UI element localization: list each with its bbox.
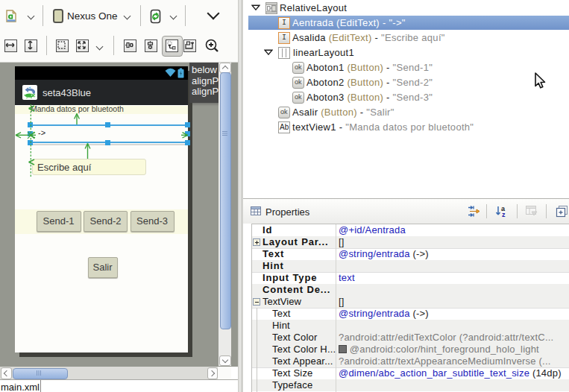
svg-text:z: z (502, 211, 506, 218)
